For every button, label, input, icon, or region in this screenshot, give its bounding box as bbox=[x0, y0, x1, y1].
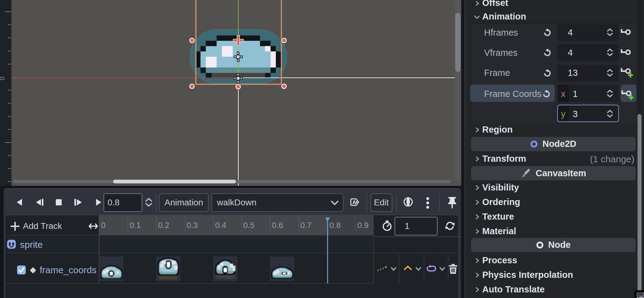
svg-text:A: A bbox=[352, 199, 356, 205]
